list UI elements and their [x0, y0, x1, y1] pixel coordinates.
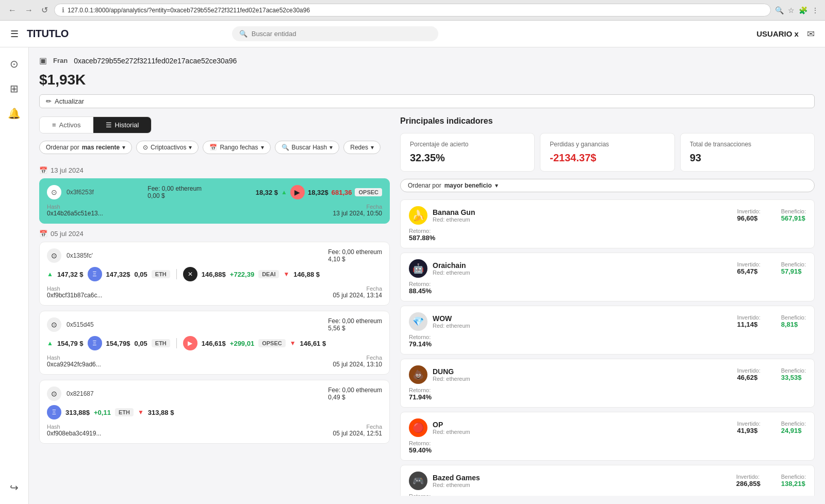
app-logo: TITUTLO — [27, 28, 69, 40]
asset-name-block: DUNG Red: ethereum — [433, 367, 470, 382]
update-button[interactable]: ✏ Actualizar — [39, 94, 815, 108]
search-input[interactable] — [252, 30, 431, 38]
tx-date-block: Fecha 05 jul 2024, 13:14 — [333, 285, 382, 299]
table-row[interactable]: ⊙ 0x3f6253f Fee: 0,00 ethereum 0,00 $ 18… — [39, 178, 390, 224]
transaction-list: 📅 13 jul 2024 ⊙ 0x3f6253f Fee: 0,00 ethe… — [39, 160, 390, 496]
tx-amount-in: 18,32 $ — [256, 189, 278, 196]
eth-badge: ETH — [152, 270, 170, 278]
tx-token-icon: ⊙ — [47, 248, 61, 263]
browser-toolbar-icons: 🔍 ☆ 🧩 ⋮ — [775, 6, 819, 14]
tx-footer: Hash 0xf9bcf31b87ca6c... Fecha 05 jul 20… — [47, 285, 382, 299]
tx-hash-label: Hash — [47, 204, 103, 210]
delta-badge: OPSEC — [258, 339, 286, 347]
asset-top: 💎 WOW Red: ethereum Invertido: 11,14$ — [409, 312, 806, 331]
criptoactivos-filter[interactable]: ⊙ Criptoactivos ▾ — [136, 141, 199, 154]
global-search[interactable]: 🔍 — [232, 26, 438, 41]
tx-id: 0x3f6253f — [67, 189, 94, 196]
left-panel: ≡ Activos ☰ Historial Ordenar por mas re… — [39, 116, 390, 496]
invertido-0: Invertido: 96,60$ — [737, 208, 760, 222]
buscar-hash-filter[interactable]: 🔍 Buscar Hash ▾ — [275, 141, 340, 154]
asset-meta-0: Invertido: 96,60$ Beneficio: 567,91$ — [737, 208, 806, 222]
asset-icon-4: 🔴 — [409, 418, 427, 437]
search-icon[interactable]: 🔍 — [775, 6, 784, 14]
forward-button[interactable]: → — [23, 6, 35, 15]
asset-top: 🎮 Bazed Games Red: ethereum Invertido: 2… — [409, 472, 806, 490]
tab-historial[interactable]: ☰ Historial — [93, 117, 152, 133]
back-button[interactable]: ← — [6, 6, 19, 15]
eth-icon: Ξ — [47, 405, 61, 419]
list-item[interactable]: 🔴 OP Red: ethereum Invertido: 41,93$ — [400, 412, 815, 461]
calendar-icon: 📅 — [39, 166, 47, 174]
sidebar-icon-layers[interactable]: ⊞ — [10, 82, 19, 95]
list-item[interactable]: 🤖 Oraichain Red: ethereum Invertido: 65,… — [400, 253, 815, 301]
calendar-icon: 📅 — [209, 144, 217, 151]
tab-activos[interactable]: ≡ Activos — [40, 117, 93, 133]
arrow-up-icon: ▲ — [281, 189, 287, 196]
tx-date-label: Fecha — [333, 204, 382, 210]
table-row[interactable]: ⊙ 0x821687 Fee: 0,00 ethereum 0,49 $ Ξ 3… — [39, 380, 390, 444]
mail-icon[interactable]: ✉ — [807, 28, 815, 40]
eth-badge: ETH — [152, 339, 170, 347]
asset-retorno-0: Retorno: 587.88% — [409, 228, 806, 242]
filter-icon: ⊙ — [143, 144, 148, 151]
list-item[interactable]: 💎 WOW Red: ethereum Invertido: 11,14$ — [400, 306, 815, 355]
page-area: ▣ Fran 0xaceb729b55e272f3211fed02e17acae… — [29, 47, 825, 504]
url-bar[interactable]: ℹ 127.0.0.1:8000/app/analytics/?entity=0… — [54, 4, 771, 16]
tx-hash-block: Hash 0xf9bcf31b87ca6c... — [47, 285, 102, 299]
tx-token2-icon: ▶ — [290, 185, 305, 199]
menu-icon[interactable]: ⋮ — [812, 6, 819, 14]
asset-meta-1: Invertido: 65,47$ Beneficio: 57,91$ — [737, 261, 806, 275]
username-label: USUARIO x — [756, 29, 799, 38]
kpi-label-1: Perdidas y ganancias — [550, 141, 665, 149]
asset-name-block: Banana Gun Red: ethereum — [433, 208, 475, 223]
redes-filter[interactable]: Redes ▾ — [343, 141, 381, 154]
tx-fee: Fee: 0,00 ethereum 0,00 $ — [147, 185, 202, 199]
sort-filter[interactable]: Ordenar por mas reciente ▾ — [39, 141, 132, 154]
arrow-down-icon: ▼ — [283, 271, 289, 278]
sidebar-icon-bell[interactable]: 🔔 — [8, 107, 21, 120]
list-item[interactable]: 💩 DUNG Red: ethereum Invertido: 46,62$ — [400, 359, 815, 408]
asset-sort-button[interactable]: Ordenar por mayor beneficio ▾ — [400, 179, 815, 192]
hamburger-menu[interactable]: ☰ — [10, 28, 19, 40]
entity-label: Fran — [53, 57, 68, 64]
rango-fechas-filter[interactable]: 📅 Rango fechas ▾ — [203, 141, 270, 154]
asset-icon-3: 💩 — [409, 365, 427, 384]
date-header-1: 📅 05 jul 2024 — [39, 230, 390, 238]
sidebar: ⊙ ⊞ 🔔 ↪ — [0, 47, 29, 504]
table-row[interactable]: ⊙ 0x1385fc' Fee: 0,00 ethereum 4,10 $ ▲ … — [39, 242, 390, 306]
list-item[interactable]: 🎮 Bazed Games Red: ethereum Invertido: 2… — [400, 465, 815, 496]
reload-button[interactable]: ↺ — [39, 5, 50, 15]
arrow-up-icon: ▲ — [47, 271, 53, 278]
tx-footer: Hash 0xca92942fc9ad6... Fecha 05 jul 202… — [47, 355, 382, 368]
tx-token-icon: ⊙ — [47, 185, 61, 199]
arrow-up-icon: ▲ — [47, 340, 53, 347]
extension-icon[interactable]: 🧩 — [799, 6, 807, 14]
kpi-label-0: Porcentaje de acierto — [410, 141, 525, 149]
sidebar-icon-analytics[interactable]: ⊙ — [10, 58, 19, 70]
separator — [176, 338, 177, 348]
tx-token-icon: ⊙ — [47, 317, 61, 332]
entity-header: ▣ Fran 0xaceb729b55e272f3211fed02e17acae… — [39, 56, 815, 65]
tx-amounts: ▲ 154,79 $ Ξ 154,79$ 0,05 ETH ▶ 146,61$ … — [47, 336, 382, 350]
main-content: ⊙ ⊞ 🔔 ↪ ▣ Fran 0xaceb729b55e272f3211fed0… — [0, 47, 825, 504]
kpi-row: Porcentaje de acierto 32.35% Perdidas y … — [400, 133, 815, 172]
list-item[interactable]: 🍌 Banana Gun Red: ethereum Invertido: 96… — [400, 199, 815, 248]
table-row[interactable]: ⊙ 0x515d45 Fee: 0,00 ethereum 5,56 $ ▲ 1… — [39, 311, 390, 375]
asset-top: 💩 DUNG Red: ethereum Invertido: 46,62$ — [409, 365, 806, 384]
app: ☰ TITUTLO 🔍 USUARIO x ✉ ⊙ ⊞ 🔔 ↪ ▣ Fran 0… — [0, 21, 825, 504]
chevron-down-icon: ▾ — [261, 144, 264, 151]
top-navigation: ☰ TITUTLO 🔍 USUARIO x ✉ — [0, 21, 825, 47]
historial-icon: ☰ — [106, 121, 112, 129]
asset-top: 🤖 Oraichain Red: ethereum Invertido: 65,… — [409, 259, 806, 278]
eth-badge: ETH — [115, 408, 134, 416]
tx-amounts: Ξ 313,88$ +0,11 ETH ▼ 313,88 $ — [47, 405, 382, 419]
tx-date-block: Fecha 05 jul 2024, 12:51 — [333, 424, 382, 437]
tx-amount-ref: 681,36 — [332, 189, 352, 196]
entity-hash: 0xaceb729b55e272f3211fed02e17acae52ce30a… — [74, 57, 237, 65]
sidebar-icon-exit[interactable]: ↪ — [10, 481, 19, 494]
chevron-down-icon: ▾ — [189, 144, 192, 151]
entity-icon: ▣ — [39, 56, 47, 65]
kpi-card-0: Porcentaje de acierto 32.35% — [400, 133, 535, 172]
separator — [176, 269, 177, 279]
star-icon[interactable]: ☆ — [788, 6, 795, 14]
